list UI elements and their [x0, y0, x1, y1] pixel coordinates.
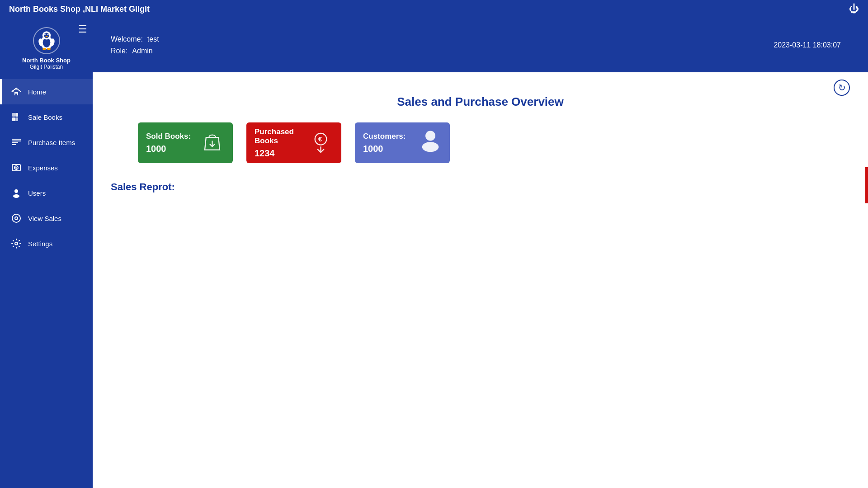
expenses-icon: $	[10, 161, 23, 174]
sidebar-label-home: Home	[28, 88, 46, 96]
svg-rect-20	[15, 117, 18, 121]
svg-rect-16	[15, 94, 17, 95]
sidebar-item-home[interactable]: Home	[0, 79, 93, 104]
svg-rect-21	[12, 139, 21, 140]
topbar-title: North Books Shop ,NLI Market Gilgit	[9, 5, 849, 14]
red-accent-bar	[865, 167, 868, 203]
sidebar-label-users: Users	[28, 189, 46, 197]
refresh-button[interactable]: ↻	[834, 80, 850, 96]
sidebar-nav: Home Sale Books Purchase Items $	[0, 79, 93, 256]
content-body: ↻ Sales and Purchase Overview Sold Books…	[93, 72, 868, 488]
right-panel: Welcome: test Role: Admin 2023-03-11 18:…	[93, 18, 868, 488]
welcome-label: Welcome:	[111, 35, 143, 43]
customers-card: Customers: 1000	[355, 122, 450, 163]
sidebar-header: ☰	[0, 23, 93, 79]
sidebar-item-expenses[interactable]: $ Expenses	[0, 155, 93, 180]
svg-point-7	[47, 34, 48, 35]
power-button[interactable]: ⏻	[849, 3, 859, 15]
main-layout: ☰	[0, 18, 868, 488]
svg-point-6	[45, 34, 46, 35]
penguin-logo-icon	[35, 29, 58, 52]
svg-rect-17	[12, 113, 15, 117]
sidebar-logo	[33, 27, 60, 54]
customers-text: Customers: 1000	[363, 132, 406, 154]
customers-label: Customers:	[363, 132, 406, 141]
svg-point-8	[45, 36, 47, 37]
sold-books-value: 1000	[146, 144, 191, 154]
svg-rect-18	[15, 113, 18, 117]
sale-books-icon	[10, 111, 23, 123]
purchased-books-value: 1234	[255, 148, 308, 159]
svg-point-28	[14, 189, 18, 193]
purchased-books-icon: €	[308, 128, 333, 157]
svg-rect-24	[12, 144, 16, 145]
home-icon	[10, 85, 23, 98]
sidebar-item-users[interactable]: Users	[0, 180, 93, 206]
purchased-books-label: Purchased Books	[255, 127, 308, 145]
sold-books-card: Sold Books: 1000	[138, 122, 233, 163]
purchase-items-icon	[10, 136, 23, 149]
svg-rect-22	[12, 141, 21, 141]
svg-text:$: $	[15, 166, 18, 170]
sidebar-label-expenses: Expenses	[28, 164, 58, 172]
datetime-display: 2023-03-11 18:03:07	[774, 41, 841, 49]
sold-books-icon	[200, 128, 225, 157]
role-value: Admin	[132, 47, 152, 55]
sidebar-item-view-sales[interactable]: View Sales	[0, 206, 93, 231]
overview-title: Sales and Purchase Overview	[111, 95, 850, 109]
svg-point-37	[422, 142, 439, 152]
svg-rect-23	[12, 142, 18, 143]
settings-icon	[10, 237, 23, 250]
svg-point-33	[15, 242, 18, 245]
sidebar-item-sale-books[interactable]: Sale Books	[0, 104, 93, 130]
cards-row: Sold Books: 1000	[111, 122, 850, 163]
svg-point-29	[13, 194, 19, 198]
sidebar-item-settings[interactable]: Settings	[0, 231, 93, 256]
sidebar-label-view-sales: View Sales	[28, 215, 61, 222]
role-label: Role:	[111, 47, 127, 55]
sold-books-text: Sold Books: 1000	[146, 132, 191, 154]
purchased-books-card: Purchased Books 1234 €	[246, 122, 341, 163]
sold-books-label: Sold Books:	[146, 132, 191, 141]
sidebar-label-purchase-items: Purchase Items	[28, 139, 75, 146]
sidebar-item-purchase-items[interactable]: Purchase Items	[0, 130, 93, 155]
view-sales-icon	[10, 212, 23, 225]
info-bar: Welcome: test Role: Admin 2023-03-11 18:…	[93, 18, 868, 72]
info-bar-left: Welcome: test Role: Admin	[111, 35, 159, 55]
hamburger-menu[interactable]: ☰	[78, 23, 87, 35]
svg-point-12	[47, 48, 50, 50]
sidebar-shop-location: Gilgit Palistan	[30, 64, 63, 70]
svg-point-11	[42, 48, 46, 50]
purchased-books-text: Purchased Books 1234	[255, 127, 308, 159]
sidebar: ☰	[0, 18, 93, 488]
users-icon	[10, 187, 23, 199]
topbar: North Books Shop ,NLI Market Gilgit ⏻	[0, 0, 868, 18]
svg-text:€: €	[318, 136, 322, 143]
svg-point-32	[15, 217, 17, 219]
sidebar-label-sale-books: Sale Books	[28, 113, 62, 121]
welcome-row: Welcome: test	[111, 35, 159, 43]
role-row: Role: Admin	[111, 47, 159, 55]
svg-rect-19	[12, 117, 15, 121]
customers-value: 1000	[363, 144, 406, 154]
welcome-value: test	[147, 35, 159, 43]
sidebar-shop-name: North Book Shop	[22, 57, 71, 64]
sidebar-label-settings: Settings	[28, 240, 52, 248]
customers-icon	[419, 128, 442, 157]
svg-point-36	[425, 131, 435, 141]
sales-report-title: Sales Reprot:	[111, 181, 850, 193]
